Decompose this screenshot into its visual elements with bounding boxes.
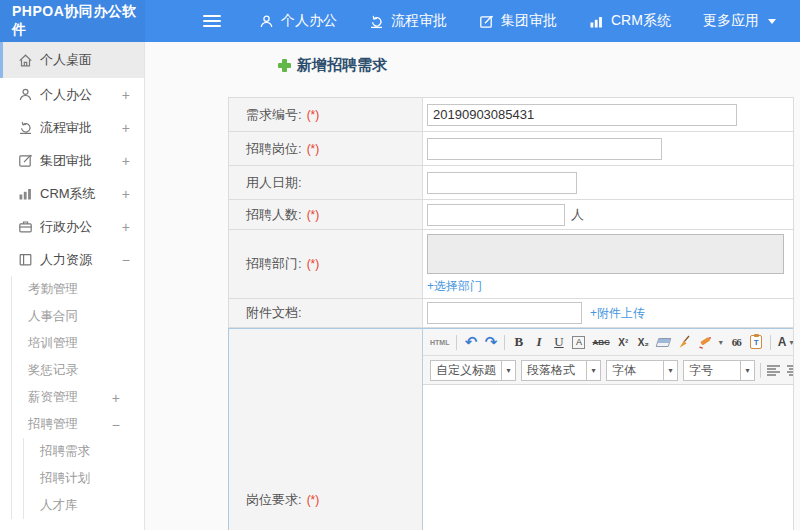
sidebar-item-talent-pool[interactable]: 人才库 <box>24 492 144 519</box>
sidebar-item-crm[interactable]: CRM系统 + <box>0 177 144 210</box>
eraser-icon[interactable] <box>657 334 670 351</box>
sidebar-item-admin-office[interactable]: 行政办公 + <box>0 210 144 243</box>
choose-department-link[interactable]: +选择部门 <box>427 278 482 295</box>
toolbar-separator <box>760 363 761 378</box>
sidebar-item-hr[interactable]: 人力资源 − <box>0 243 144 276</box>
blockquote-button[interactable]: 66 <box>730 334 743 351</box>
hire-date-label: 用人日期: <box>246 174 302 192</box>
edit-square-icon <box>17 153 33 168</box>
required-mark: (*) <box>307 257 320 271</box>
format-brush-icon[interactable] <box>677 334 691 351</box>
required-mark: (*) <box>307 493 320 507</box>
form-row-job-requirements: 岗位要求: (*) HTML ↶ ↷ B I U A ABC <box>228 328 793 530</box>
font-family-select[interactable]: 字体 ▾ <box>606 360 678 381</box>
form-row-demand-no: 需求编号: (*) <box>229 98 793 132</box>
job-requirements-label: 岗位要求: <box>246 491 302 509</box>
book-icon <box>17 252 33 267</box>
add-plus-icon <box>278 59 291 72</box>
demand-no-label: 需求编号: <box>246 106 302 124</box>
sidebar-recruitment-submenu: 招聘需求 招聘计划 人才库 <box>23 438 144 519</box>
italic-button[interactable]: I <box>532 334 545 351</box>
font-color-button[interactable]: A ▾ <box>778 334 793 351</box>
toolbar-separator <box>504 335 505 350</box>
page-title: 新增招聘需求 <box>278 55 800 75</box>
hamburger-menu-icon[interactable] <box>203 12 221 30</box>
sidebar-item-personal-desktop[interactable]: 个人桌面 <box>0 42 144 78</box>
form-row-department: 招聘部门: (*) +选择部门 <box>229 230 793 299</box>
sidebar-hr-submenu: 考勤管理 人事合同 培训管理 奖惩记录 薪资管理 + 招聘管理 − <box>11 276 144 519</box>
form-row-attachment: 附件文档: +附件上传 <box>229 299 793 328</box>
headcount-label: 招聘人数: <box>246 206 302 224</box>
align-center-icon[interactable] <box>786 364 793 377</box>
superscript-button[interactable]: X² <box>617 334 630 351</box>
app-logo: PHPOA协同办公软件 <box>0 0 145 42</box>
sidebar-item-rewards[interactable]: 奖惩记录 <box>12 357 144 384</box>
html-source-button[interactable]: HTML <box>430 334 449 351</box>
nav-item-more-apps[interactable]: 更多应用 <box>703 12 776 30</box>
sidebar-item-hr-contract[interactable]: 人事合同 <box>12 303 144 330</box>
bar-chart-icon <box>589 14 604 29</box>
attachment-upload-link[interactable]: +附件上传 <box>590 305 645 322</box>
attachment-input[interactable] <box>427 302 582 324</box>
demand-no-input[interactable] <box>427 104 737 126</box>
headcount-unit: 人 <box>571 206 584 224</box>
font-color-caret-icon: ▾ <box>789 338 793 347</box>
highlighter-icon[interactable] <box>698 334 712 351</box>
sidebar-item-recruit-plan[interactable]: 招聘计划 <box>24 465 144 492</box>
briefcase-icon <box>17 219 33 234</box>
top-nav: 个人办公 流程审批 集团审批 <box>259 12 776 30</box>
char-border-button[interactable]: A <box>572 336 585 349</box>
position-input[interactable] <box>427 138 662 160</box>
caret-down-icon <box>768 19 776 24</box>
sidebar-item-group-approval[interactable]: 集团审批 + <box>0 144 144 177</box>
sidebar: 个人桌面 个人办公 + 流程审批 + <box>0 42 145 530</box>
sidebar-item-salary[interactable]: 薪资管理 + <box>12 384 144 411</box>
headcount-input[interactable] <box>427 204 565 226</box>
custom-title-select[interactable]: 自定义标题 ▾ <box>430 360 516 381</box>
sidebar-item-training[interactable]: 培训管理 <box>12 330 144 357</box>
user-icon <box>17 87 33 102</box>
nav-item-personal-office[interactable]: 个人办公 <box>259 12 337 30</box>
hire-date-input[interactable] <box>427 172 577 194</box>
align-left-icon[interactable] <box>766 364 781 377</box>
position-label: 招聘岗位: <box>246 140 302 158</box>
sidebar-item-personal-office[interactable]: 个人办公 + <box>0 78 144 111</box>
bold-button[interactable]: B <box>512 334 525 351</box>
paragraph-format-select[interactable]: 段落格式 ▾ <box>521 360 601 381</box>
underline-button[interactable]: U <box>552 334 565 351</box>
rich-text-editor: HTML ↶ ↷ B I U A ABC X² X₂ <box>423 329 793 530</box>
top-bar: PHPOA协同办公软件 个人办公 流程审批 <box>0 0 800 42</box>
home-icon <box>17 53 33 68</box>
department-textarea[interactable] <box>427 234 784 274</box>
select-caret-icon: ▾ <box>740 361 754 380</box>
redo-icon[interactable]: ↷ <box>484 334 497 351</box>
required-mark: (*) <box>307 142 320 156</box>
select-caret-icon: ▾ <box>663 361 677 380</box>
editor-toolbar-row1: HTML ↶ ↷ B I U A ABC X² X₂ <box>423 329 793 356</box>
edit-square-icon <box>479 14 494 29</box>
nav-item-process-approval[interactable]: 流程审批 <box>369 12 447 30</box>
sidebar-item-recruit-demand[interactable]: 招聘需求 <box>24 438 144 465</box>
toolbar-separator <box>770 335 771 350</box>
strikethrough-button[interactable]: ABC <box>592 334 609 351</box>
department-label: 招聘部门: <box>246 255 302 273</box>
sidebar-item-attendance[interactable]: 考勤管理 <box>12 276 144 303</box>
process-approval-icon <box>369 14 384 29</box>
required-mark: (*) <box>307 108 320 122</box>
font-size-select[interactable]: 字号 ▾ <box>683 360 755 381</box>
form-row-position: 招聘岗位: (*) <box>229 132 793 166</box>
form-row-headcount: 招聘人数: (*) 人 <box>229 200 793 230</box>
editor-toolbar-row2: 自定义标题 ▾ 段落格式 ▾ 字体 ▾ 字号 ▾ <box>423 356 793 385</box>
main-content: 新增招聘需求 需求编号: (*) 招聘岗位: (*) <box>145 42 800 530</box>
subscript-button[interactable]: X₂ <box>637 334 650 351</box>
highlighter-caret-icon[interactable]: ▾ <box>719 338 723 347</box>
sidebar-item-process-approval[interactable]: 流程审批 + <box>0 111 144 144</box>
nav-item-crm[interactable]: CRM系统 <box>589 12 671 30</box>
paste-clipboard-icon[interactable]: T <box>750 334 763 351</box>
sidebar-item-recruitment[interactable]: 招聘管理 − <box>12 411 144 438</box>
select-caret-icon: ▾ <box>501 361 515 380</box>
undo-icon[interactable]: ↶ <box>464 334 477 351</box>
attachment-label: 附件文档: <box>246 304 302 322</box>
nav-item-group-approval[interactable]: 集团审批 <box>479 12 557 30</box>
editor-content[interactable] <box>423 385 793 530</box>
